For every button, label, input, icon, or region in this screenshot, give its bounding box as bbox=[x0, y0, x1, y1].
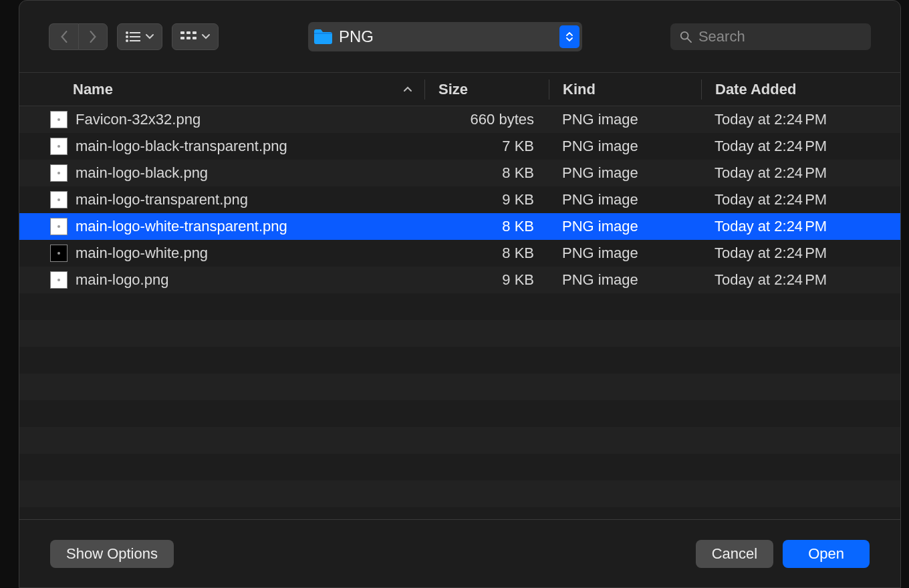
empty-row bbox=[19, 320, 900, 347]
file-thumbnail-icon bbox=[50, 245, 68, 262]
file-size-cell: 8 KB bbox=[424, 164, 549, 182]
file-row[interactable]: main-logo-transparent.png9 KBPNG imageTo… bbox=[19, 186, 900, 213]
svg-rect-6 bbox=[180, 31, 184, 34]
file-kind-cell: PNG image bbox=[549, 218, 701, 235]
chevron-right-icon bbox=[88, 31, 98, 43]
file-name-cell: main-logo-black-transparent.png bbox=[50, 138, 424, 155]
file-name-cell: main-logo.png bbox=[50, 271, 424, 289]
file-row[interactable]: main-logo-black.png8 KBPNG imageToday at… bbox=[19, 160, 900, 186]
col-size-label: Size bbox=[438, 81, 468, 98]
file-row[interactable]: main-logo.png9 KBPNG imageToday at 2:24 … bbox=[19, 267, 900, 293]
list-view-icon bbox=[126, 31, 140, 42]
svg-rect-7 bbox=[186, 31, 190, 34]
show-options-button[interactable]: Show Options bbox=[50, 540, 174, 568]
svg-rect-5 bbox=[130, 40, 140, 41]
file-date-cell: Today at 2:24 PM bbox=[701, 271, 870, 289]
file-thumbnail-icon bbox=[50, 111, 68, 128]
file-date-cell: Today at 2:24 PM bbox=[701, 111, 870, 128]
svg-point-4 bbox=[126, 39, 128, 42]
cancel-button[interactable]: Cancel bbox=[696, 540, 773, 568]
file-name-label: main-logo-white.png bbox=[76, 245, 208, 262]
file-size-cell: 8 KB bbox=[424, 245, 549, 262]
toolbar: PNG bbox=[19, 1, 900, 73]
col-header-kind[interactable]: Kind bbox=[549, 80, 701, 100]
file-size-cell: 660 bytes bbox=[424, 111, 549, 128]
file-date-cell: Today at 2:24 PM bbox=[701, 245, 870, 262]
folder-title: PNG bbox=[339, 27, 374, 46]
file-name-cell: Favicon-32x32.png bbox=[50, 111, 424, 128]
search-box[interactable] bbox=[670, 23, 871, 50]
empty-row bbox=[19, 507, 900, 519]
file-kind-cell: PNG image bbox=[549, 164, 701, 182]
file-name-label: main-logo.png bbox=[76, 271, 168, 289]
file-name-cell: main-logo-white.png bbox=[50, 245, 424, 262]
folder-icon bbox=[313, 29, 332, 45]
file-kind-cell: PNG image bbox=[549, 191, 701, 208]
file-list[interactable]: Favicon-32x32.png660 bytesPNG imageToday… bbox=[19, 106, 900, 519]
empty-row bbox=[19, 454, 900, 480]
empty-row bbox=[19, 427, 900, 454]
file-thumbnail-icon bbox=[50, 138, 68, 155]
back-button[interactable] bbox=[49, 23, 78, 50]
file-thumbnail-icon bbox=[50, 271, 68, 289]
col-header-size[interactable]: Size bbox=[424, 80, 549, 100]
svg-rect-8 bbox=[192, 31, 197, 34]
folder-stepper[interactable] bbox=[559, 25, 579, 48]
empty-row bbox=[19, 480, 900, 507]
search-icon bbox=[680, 30, 692, 43]
svg-point-12 bbox=[681, 31, 688, 39]
empty-row bbox=[19, 293, 900, 320]
col-header-date[interactable]: Date Added bbox=[701, 80, 870, 100]
file-name-cell: main-logo-transparent.png bbox=[50, 191, 424, 208]
empty-row bbox=[19, 347, 900, 374]
file-thumbnail-icon bbox=[50, 191, 68, 208]
file-kind-cell: PNG image bbox=[549, 111, 701, 128]
view-list-button[interactable] bbox=[117, 23, 162, 50]
file-kind-cell: PNG image bbox=[549, 138, 701, 155]
chevron-up-icon bbox=[566, 32, 573, 36]
file-name-label: main-logo-black.png bbox=[76, 164, 208, 182]
footer: Show Options Cancel Open bbox=[19, 519, 900, 587]
empty-row bbox=[19, 400, 900, 427]
file-name-cell: main-logo-white-transparent.png bbox=[50, 218, 424, 235]
file-kind-cell: PNG image bbox=[549, 245, 701, 262]
file-date-cell: Today at 2:24 PM bbox=[701, 218, 870, 235]
open-button[interactable]: Open bbox=[783, 540, 870, 568]
file-date-cell: Today at 2:24 PM bbox=[701, 164, 870, 182]
folder-select[interactable]: PNG bbox=[308, 22, 582, 51]
svg-rect-1 bbox=[130, 32, 140, 33]
file-row[interactable]: Favicon-32x32.png660 bytesPNG imageToday… bbox=[19, 106, 900, 133]
file-row[interactable]: main-logo-white-transparent.png8 KBPNG i… bbox=[19, 213, 900, 240]
svg-rect-10 bbox=[186, 37, 190, 39]
file-name-label: Favicon-32x32.png bbox=[76, 111, 201, 128]
file-row[interactable]: main-logo-black-transparent.png7 KBPNG i… bbox=[19, 133, 900, 160]
column-headers: Name Size Kind Date Added bbox=[19, 73, 900, 106]
svg-rect-3 bbox=[130, 36, 140, 37]
col-name-label: Name bbox=[73, 81, 113, 98]
search-input[interactable] bbox=[698, 28, 862, 45]
history-nav bbox=[49, 23, 108, 50]
col-header-name[interactable]: Name bbox=[50, 81, 424, 98]
group-icon bbox=[180, 31, 197, 42]
file-size-cell: 7 KB bbox=[424, 138, 549, 155]
empty-row bbox=[19, 374, 900, 400]
file-name-cell: main-logo-black.png bbox=[50, 164, 424, 182]
chevron-down-icon bbox=[566, 37, 573, 41]
forward-button[interactable] bbox=[78, 23, 108, 50]
file-row[interactable]: main-logo-white.png8 KBPNG imageToday at… bbox=[19, 240, 900, 267]
group-by-button[interactable] bbox=[172, 23, 219, 50]
col-date-label: Date Added bbox=[715, 81, 796, 98]
file-date-cell: Today at 2:24 PM bbox=[701, 191, 870, 208]
file-thumbnail-icon bbox=[50, 218, 68, 235]
file-name-label: main-logo-white-transparent.png bbox=[76, 218, 287, 235]
sort-asc-icon bbox=[403, 84, 412, 96]
file-name-label: main-logo-transparent.png bbox=[76, 191, 248, 208]
svg-point-0 bbox=[126, 31, 128, 34]
chevron-down-icon bbox=[202, 33, 210, 41]
file-size-cell: 8 KB bbox=[424, 218, 549, 235]
file-date-cell: Today at 2:24 PM bbox=[701, 138, 870, 155]
file-thumbnail-icon bbox=[50, 164, 68, 182]
chevron-left-icon bbox=[59, 31, 69, 43]
file-size-cell: 9 KB bbox=[424, 191, 549, 208]
file-size-cell: 9 KB bbox=[424, 271, 549, 289]
